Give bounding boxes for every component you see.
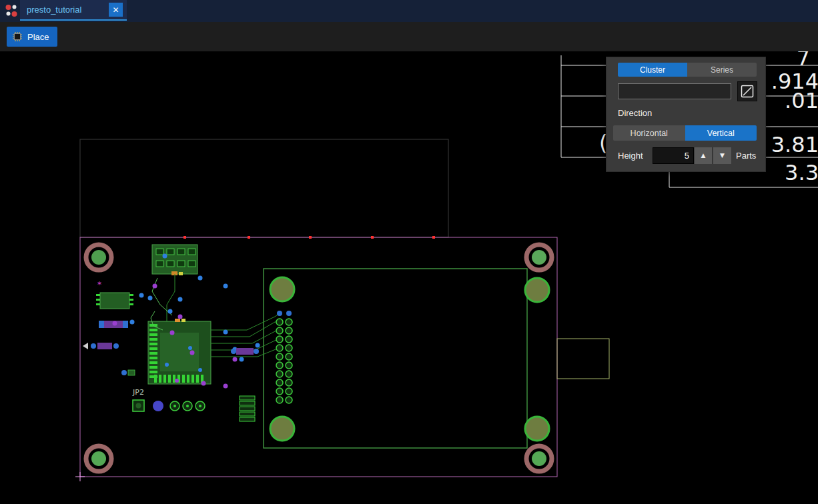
direction-toggle: Horizontal Vertical [613, 125, 757, 141]
tab-cluster[interactable]: Cluster [618, 63, 687, 77]
svg-text:3.81: 3.81 [771, 132, 818, 157]
tab-close-button[interactable]: ✕ [109, 3, 123, 17]
tab-series[interactable]: Series [687, 63, 757, 77]
test-pad-stack [240, 396, 255, 421]
edge-connector-outline [557, 339, 609, 379]
header-pad-column [276, 311, 292, 403]
svg-text:*: * [97, 280, 101, 289]
diode-d1 [83, 343, 119, 349]
tab-presto-tutorial[interactable]: presto_tutorial ✕ [20, 0, 127, 21]
open-external-icon [740, 84, 755, 99]
direction-vertical-label: Vertical [707, 129, 735, 138]
svg-text:.01: .01 [785, 88, 818, 113]
connector-x1 [152, 245, 197, 275]
height-spinbox[interactable] [653, 147, 694, 164]
place-button-label: Place [27, 32, 49, 42]
chip-icon [12, 31, 23, 42]
direction-vertical-option[interactable]: Vertical [685, 125, 757, 141]
cluster-series-panel: Cluster Series Direction Horizontal Vert… [606, 57, 766, 172]
direction-horizontal-option[interactable]: Horizontal [613, 125, 685, 141]
tab-bar: presto_tutorial ✕ [0, 0, 818, 22]
tab-title: presto_tutorial [27, 5, 109, 15]
small-ic: * [96, 280, 133, 309]
tab-cluster-label: Cluster [640, 65, 665, 75]
tab-series-label: Series [711, 65, 733, 75]
height-decrement-button[interactable]: ▼ [713, 147, 731, 164]
jp2-connector: JP2 [132, 388, 205, 411]
top-rectangle-outline [80, 139, 448, 237]
direction-label: Direction [618, 108, 652, 118]
arrow-down-icon: ▼ [720, 153, 725, 159]
small-part [121, 370, 135, 375]
direction-horizontal-label: Horizontal [631, 129, 668, 138]
height-increment-button[interactable]: ▲ [695, 147, 713, 164]
browse-button[interactable] [737, 81, 757, 101]
module-outline [264, 269, 527, 448]
origin-cross [75, 472, 85, 481]
cluster-search-input[interactable] [618, 83, 731, 99]
parts-label: Parts [736, 151, 756, 161]
qfp-chip [148, 319, 211, 384]
place-button[interactable]: Place [7, 27, 57, 47]
panel-tab-group: Cluster Series [618, 63, 757, 77]
application-window: presto_tutorial ✕ Place [0, 0, 818, 504]
close-icon: ✕ [112, 6, 119, 14]
footprint-app-icon [4, 3, 19, 18]
svg-text:3.3: 3.3 [785, 160, 818, 185]
main-toolbar: Place [0, 22, 818, 51]
module-mounting-holes [270, 277, 549, 441]
height-label: Height [618, 151, 643, 161]
arrow-up-icon: ▲ [701, 153, 706, 159]
svg-text:7: 7 [797, 51, 810, 71]
svg-text:JP2: JP2 [132, 388, 144, 397]
